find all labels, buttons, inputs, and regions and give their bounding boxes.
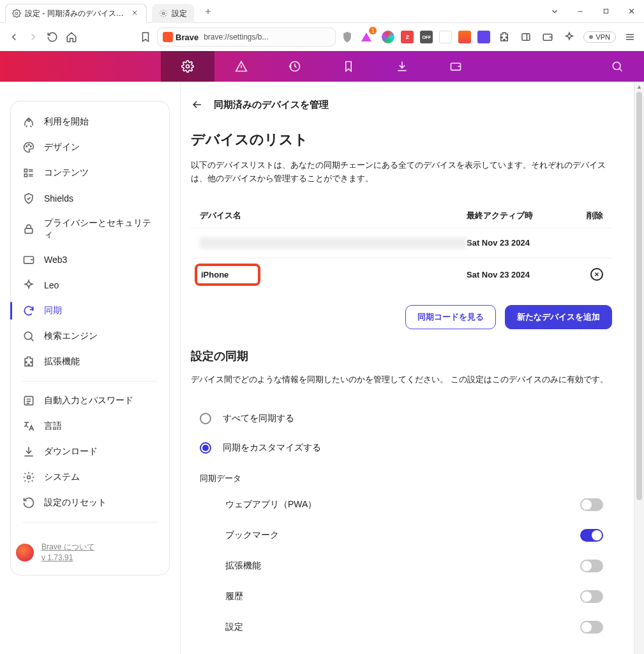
svg-point-0: [15, 12, 18, 15]
section-desc: デバイス間でどのような情報を同期したいのかを管理してください。 この設定はこのデ…: [191, 373, 612, 386]
browser-tab-active[interactable]: 設定 - 同期済みのデバイスを管理: [5, 4, 147, 23]
sidebar-item-reset[interactable]: 設定のリセット: [11, 490, 169, 516]
sidebar-item-rocket[interactable]: 利用を開始: [11, 109, 169, 135]
sidebar-item-wallet[interactable]: Web3: [11, 247, 169, 272]
extensions-button[interactable]: [497, 29, 512, 45]
sidebar-item-label: プライバシーとセキュリティ: [44, 218, 158, 241]
new-tab-button[interactable]: [200, 4, 216, 19]
svg-point-12: [31, 146, 32, 147]
ribbon-history[interactable]: [268, 51, 322, 82]
sync-data-heading: 同期データ: [191, 463, 612, 489]
bookmark-button[interactable]: [138, 29, 153, 45]
sidebar-item-shield-check[interactable]: Shields: [11, 186, 169, 211]
browser-tab[interactable]: 設定: [152, 4, 194, 23]
toggle-switch[interactable]: [580, 498, 603, 511]
ext-icon[interactable]: [382, 31, 394, 43]
sidebar-item-label: 言語: [44, 420, 62, 432]
close-icon[interactable]: [131, 9, 140, 18]
sidebar-item-form[interactable]: 自動入力とパスワード: [11, 388, 169, 413]
ribbon-bookmarks[interactable]: [322, 51, 375, 82]
sidebar-item-puzzle[interactable]: 拡張機能: [11, 349, 169, 375]
menu-button[interactable]: [622, 29, 638, 45]
svg-point-9: [27, 119, 29, 121]
sidebar-item-download[interactable]: ダウンロード: [11, 439, 169, 464]
ext-icon[interactable]: [458, 31, 471, 43]
sidebar-item-gear[interactable]: システム: [11, 464, 169, 490]
brave-rewards-icon[interactable]: 1: [359, 29, 374, 45]
page-title: 同期済みのデバイスを管理: [214, 99, 329, 111]
sync-toggle-row: 設定: [191, 612, 612, 643]
sidebar-item-rows[interactable]: コンテンツ: [11, 160, 169, 186]
add-device-button[interactable]: 新たなデバイスを追加: [505, 305, 612, 329]
download-icon: [22, 445, 35, 458]
chevron-down-icon[interactable]: [542, 1, 567, 22]
sidebar-item-lock[interactable]: プライバシーとセキュリティ: [11, 211, 169, 247]
brand: Brave: [163, 32, 198, 42]
ribbon-settings[interactable]: [161, 51, 214, 82]
home-button[interactable]: [64, 29, 79, 45]
scrollbar[interactable]: ▲: [634, 82, 644, 654]
scroll-up-button[interactable]: ▲: [634, 82, 644, 92]
ribbon-downloads[interactable]: [375, 51, 429, 82]
lang-icon: [22, 420, 35, 433]
window-controls: [542, 1, 644, 22]
back-button[interactable]: [6, 29, 22, 45]
radio-sync-custom[interactable]: 同期をカスタマイズする: [191, 433, 612, 463]
extension-icons: 2 OFF VPN: [382, 29, 638, 45]
about-brave[interactable]: Brave について v 1.73.91: [11, 529, 169, 567]
back-arrow-icon[interactable]: [191, 98, 204, 111]
sidebar-item-palette[interactable]: デザイン: [11, 135, 169, 160]
toggle-switch[interactable]: [580, 529, 603, 542]
toggle-switch[interactable]: [580, 590, 603, 603]
version-link[interactable]: v 1.73.91: [41, 553, 94, 563]
maximize-button[interactable]: [593, 1, 618, 22]
sidebar-item-sparkle[interactable]: Leo: [11, 272, 169, 298]
toggle-switch[interactable]: [580, 621, 603, 634]
address-bar[interactable]: Brave brave://settings/b...: [157, 27, 336, 47]
reset-icon: [22, 496, 35, 509]
svg-point-5: [186, 65, 190, 68]
sidebar-item-label: デザイン: [44, 142, 80, 153]
svg-rect-3: [522, 34, 530, 41]
wallet-button[interactable]: [540, 29, 555, 45]
toggle-label: 設定: [225, 621, 243, 633]
leo-button[interactable]: [562, 29, 577, 45]
sidebar-item-label: コンテンツ: [44, 167, 89, 179]
close-button[interactable]: [618, 1, 644, 22]
reload-button[interactable]: [45, 29, 60, 45]
sidebar-item-sync[interactable]: 同期: [11, 298, 169, 323]
about-link[interactable]: Brave について: [41, 542, 94, 553]
radio-sync-all[interactable]: すべてを同期する: [191, 404, 612, 433]
forward-button[interactable]: [26, 29, 41, 45]
ext-icon[interactable]: [477, 31, 490, 43]
toggle-label: ブックマーク: [225, 530, 279, 541]
svg-rect-15: [25, 228, 33, 234]
ext-badge-off[interactable]: OFF: [420, 31, 433, 43]
sidepanel-button[interactable]: [518, 29, 534, 45]
brave-shields-icon[interactable]: [340, 29, 355, 45]
sidebar-item-label: 設定のリセット: [44, 497, 107, 509]
sync-toggle-row: 拡張機能: [191, 551, 612, 581]
sidebar-item-label: システム: [44, 472, 80, 483]
svg-rect-2: [604, 9, 608, 13]
section-desc: 以下のデバイスリストは、あなたの同期チェーンにある全てのデバイスを表示しています…: [191, 158, 612, 186]
sidebar-item-label: 検索エンジン: [44, 331, 98, 342]
gear-icon: [22, 471, 35, 484]
sidebar-item-lens[interactable]: 検索エンジン: [11, 323, 169, 349]
scroll-thumb[interactable]: [636, 92, 642, 500]
delete-device-button[interactable]: [590, 268, 603, 281]
ribbon-search[interactable]: [590, 51, 644, 82]
lens-icon: [22, 330, 35, 343]
settings-ribbon: [0, 51, 644, 82]
view-sync-code-button[interactable]: 同期コードを見る: [405, 305, 496, 329]
vpn-button[interactable]: VPN: [583, 31, 616, 43]
ext-badge-count[interactable]: 2: [401, 31, 414, 43]
minimize-button[interactable]: [567, 1, 593, 22]
sidebar-item-label: Shields: [44, 193, 73, 204]
sidebar-item-label: ダウンロード: [44, 446, 98, 457]
ribbon-wallet[interactable]: [429, 51, 483, 82]
toggle-switch[interactable]: [580, 560, 603, 572]
ext-icon[interactable]: [439, 31, 452, 43]
sidebar-item-lang[interactable]: 言語: [11, 413, 169, 439]
ribbon-warning[interactable]: [214, 51, 268, 82]
